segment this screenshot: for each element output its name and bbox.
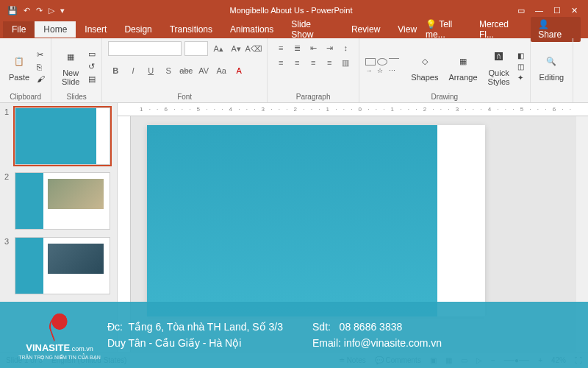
shape-fill-icon[interactable]: ◧ [517, 52, 524, 60]
tab-transitions[interactable]: Transitions [161, 21, 221, 38]
undo-icon[interactable]: ↶ [24, 6, 30, 15]
bold-button[interactable]: B [108, 63, 123, 78]
tab-view[interactable]: View [389, 21, 426, 38]
clipboard-icon: 📋 [9, 51, 29, 71]
redo-icon[interactable]: ↷ [36, 6, 43, 15]
thumbnail-2[interactable] [15, 172, 110, 230]
thumbnail-3[interactable] [15, 237, 110, 294]
quick-styles-button[interactable]: 🅰Quick Styles [485, 45, 513, 88]
bullets-icon[interactable]: ≡ [273, 41, 288, 54]
change-case-icon[interactable]: Aa [214, 63, 229, 78]
justify-icon[interactable]: ≡ [322, 56, 337, 69]
ribbon: 📋 Paste ✂ ⎘ 🖌 Clipboard ▦ New Slide ▭ ↺ … [0, 38, 588, 103]
close-icon[interactable]: ✕ [571, 6, 578, 15]
address-block: Đc: Tầng 6, Tòa nhà TH Land, Số 3/3 Duy … [107, 319, 283, 352]
maximize-icon[interactable]: ☐ [553, 6, 561, 15]
shape-rect-icon[interactable] [365, 58, 376, 66]
quick-styles-icon: 🅰 [489, 46, 509, 67]
editing-button[interactable]: 🔍 Editing [537, 49, 567, 83]
tell-me[interactable]: 💡 Tell me... [426, 19, 472, 40]
tab-review[interactable]: Review [343, 21, 389, 38]
horizontal-ruler: 1 · · 6 · · · 5 · · · 4 · · · 3 · · · 2 … [118, 103, 588, 116]
new-slide-button[interactable]: ▦ New Slide [57, 45, 84, 88]
contact-block: Sdt: 08 8686 3838 Email: info@vinasite.c… [312, 319, 442, 352]
layout-icon[interactable]: ▭ [88, 49, 96, 59]
group-editing: 🔍 Editing [531, 38, 574, 102]
window-controls: ▭ — ☐ ✕ [517, 6, 588, 15]
group-paragraph: ≡ ≣ ⇤ ⇥ ↕ ≡ ≡ ≡ ≡ ▥ Paragraph [268, 38, 359, 102]
shrink-font-icon[interactable]: A▾ [229, 41, 243, 56]
grow-font-icon[interactable]: A▴ [211, 41, 226, 56]
arrange-button[interactable]: ▦Arrange [445, 49, 480, 83]
tab-file[interactable]: File [3, 21, 35, 38]
quick-access-toolbar: 💾 ↶ ↷ ▷ ▾ [0, 6, 65, 15]
font-size-input[interactable] [184, 41, 208, 56]
tab-animations[interactable]: Animations [221, 21, 282, 38]
strike-button[interactable]: abc [179, 63, 193, 78]
paste-button[interactable]: 📋 Paste [6, 49, 32, 83]
find-icon: 🔍 [541, 51, 562, 71]
start-icon[interactable]: ▷ [49, 6, 54, 15]
clear-format-icon[interactable]: A⌫ [246, 41, 261, 56]
shape-more-icon[interactable]: ⋯ [389, 67, 399, 74]
increase-indent-icon[interactable]: ⇥ [322, 41, 337, 54]
align-right-icon[interactable]: ≡ [306, 56, 320, 69]
qat-more-icon[interactable]: ▾ [60, 6, 65, 15]
decrease-indent-icon[interactable]: ⇤ [306, 41, 320, 54]
shape-oval-icon[interactable] [377, 58, 387, 66]
vinasite-logo: VINASITE.com.vn TRÂN TRỌNG NIỀM TIN CỦA … [12, 309, 107, 361]
format-painter-icon[interactable]: 🖌 [37, 74, 45, 83]
thumb-number: 1 [4, 107, 12, 165]
align-center-icon[interactable]: ≡ [290, 56, 304, 69]
columns-icon[interactable]: ▥ [338, 56, 353, 69]
shape-star-icon[interactable]: ☆ [377, 67, 387, 74]
group-clipboard: 📋 Paste ✂ ⎘ 🖌 Clipboard [0, 38, 51, 102]
shape-line-icon[interactable] [389, 58, 399, 66]
line-spacing-icon[interactable]: ↕ [338, 41, 353, 54]
ribbon-options-icon[interactable]: ▭ [517, 6, 525, 15]
logo-mark-icon [42, 309, 77, 340]
shapes-icon: ◇ [415, 51, 435, 71]
font-family-input[interactable] [108, 41, 182, 56]
tab-design[interactable]: Design [115, 21, 160, 38]
account-user[interactable]: Merced Fl... [479, 19, 523, 40]
shape-arrow-icon[interactable]: → [365, 67, 376, 74]
shapes-button[interactable]: ◇Shapes [408, 49, 441, 83]
slide-shape[interactable] [147, 125, 437, 316]
watermark-overlay: VINASITE.com.vn TRÂN TRỌNG NIỀM TIN CỦA … [0, 302, 588, 368]
reset-icon[interactable]: ↺ [88, 62, 96, 71]
tab-home[interactable]: Home [35, 21, 76, 38]
save-icon[interactable]: 💾 [7, 6, 18, 15]
minimize-icon[interactable]: — [535, 6, 543, 15]
tab-insert[interactable]: Insert [76, 21, 115, 38]
section-icon[interactable]: ▤ [88, 74, 96, 84]
cut-icon[interactable]: ✂ [37, 50, 45, 60]
thumb-number: 2 [4, 172, 12, 230]
thumbnail-1[interactable] [15, 107, 110, 165]
arrange-icon: ▦ [453, 51, 473, 71]
align-left-icon[interactable]: ≡ [273, 56, 288, 69]
group-slides: ▦ New Slide ▭ ↺ ▤ Slides [51, 38, 102, 102]
shadow-button[interactable]: S [161, 63, 176, 78]
menu-bar: File Home Insert Design Transitions Anim… [0, 21, 588, 38]
char-spacing-button[interactable]: AV [196, 63, 211, 78]
numbering-icon[interactable]: ≣ [290, 41, 304, 54]
font-color-icon[interactable]: A [232, 63, 246, 78]
group-drawing: → ☆ ⋯ ◇Shapes ▦Arrange 🅰Quick Styles ◧ ◫… [359, 38, 530, 102]
underline-button[interactable]: U [143, 63, 158, 78]
slide-canvas[interactable] [147, 125, 485, 316]
new-slide-icon: ▦ [60, 46, 81, 67]
copy-icon[interactable]: ⎘ [37, 63, 45, 71]
shape-outline-icon[interactable]: ◫ [517, 63, 524, 71]
thumb-number: 3 [4, 237, 12, 294]
window-title: Mongibello About Us - PowerPoint [65, 6, 517, 15]
group-font: A▴ A▾ A⌫ B I U S abc AV Aa A Font [102, 38, 268, 102]
italic-button[interactable]: I [126, 63, 140, 78]
shape-effects-icon[interactable]: ✦ [517, 74, 524, 82]
